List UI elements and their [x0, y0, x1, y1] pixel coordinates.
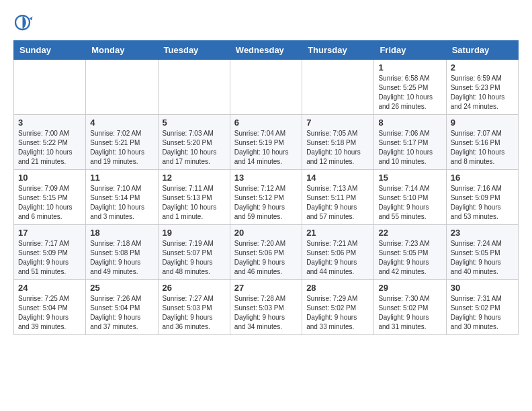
logo-icon	[13, 13, 34, 34]
day-number: 1	[378, 62, 441, 73]
day-number: 14	[306, 173, 369, 183]
calendar-cell	[14, 60, 86, 115]
day-number: 23	[451, 228, 514, 238]
calendar-cell: 30Sunrise: 7:31 AM Sunset: 5:02 PM Dayli…	[446, 280, 518, 335]
calendar-cell: 20Sunrise: 7:20 AM Sunset: 5:06 PM Dayli…	[230, 225, 302, 280]
day-info: Sunrise: 7:29 AM Sunset: 5:02 PM Dayligh…	[306, 294, 369, 332]
calendar-cell: 18Sunrise: 7:18 AM Sunset: 5:08 PM Dayli…	[86, 225, 158, 280]
calendar-cell: 12Sunrise: 7:11 AM Sunset: 5:13 PM Dayli…	[158, 170, 230, 225]
day-number: 8	[378, 118, 441, 128]
calendar-cell: 14Sunrise: 7:13 AM Sunset: 5:11 PM Dayli…	[302, 170, 374, 225]
calendar-cell: 27Sunrise: 7:28 AM Sunset: 5:03 PM Dayli…	[230, 280, 302, 335]
day-number: 11	[90, 173, 153, 183]
day-number: 28	[306, 283, 369, 293]
calendar-cell: 29Sunrise: 7:30 AM Sunset: 5:02 PM Dayli…	[374, 280, 446, 335]
day-info: Sunrise: 7:21 AM Sunset: 5:06 PM Dayligh…	[306, 239, 369, 277]
calendar-cell: 3Sunrise: 7:00 AM Sunset: 5:22 PM Daylig…	[14, 115, 86, 170]
day-number: 10	[18, 173, 81, 183]
day-info: Sunrise: 7:11 AM Sunset: 5:13 PM Dayligh…	[163, 184, 226, 222]
weekday-header-row: SundayMondayTuesdayWednesdayThursdayFrid…	[14, 41, 519, 60]
day-info: Sunrise: 7:23 AM Sunset: 5:05 PM Dayligh…	[378, 239, 441, 277]
week-row-1: 1Sunrise: 6:58 AM Sunset: 5:25 PM Daylig…	[14, 60, 519, 115]
day-number: 4	[90, 118, 153, 128]
calendar-cell: 4Sunrise: 7:02 AM Sunset: 5:21 PM Daylig…	[86, 115, 158, 170]
day-info: Sunrise: 7:20 AM Sunset: 5:06 PM Dayligh…	[234, 239, 298, 277]
day-number: 30	[451, 283, 514, 293]
day-info: Sunrise: 7:05 AM Sunset: 5:18 PM Dayligh…	[306, 129, 369, 167]
day-info: Sunrise: 7:25 AM Sunset: 5:04 PM Dayligh…	[18, 294, 81, 332]
day-info: Sunrise: 7:14 AM Sunset: 5:10 PM Dayligh…	[378, 184, 441, 222]
day-info: Sunrise: 7:24 AM Sunset: 5:05 PM Dayligh…	[451, 239, 514, 277]
calendar-cell: 16Sunrise: 7:16 AM Sunset: 5:09 PM Dayli…	[446, 170, 518, 225]
calendar-cell: 5Sunrise: 7:03 AM Sunset: 5:20 PM Daylig…	[158, 115, 230, 170]
day-info: Sunrise: 7:30 AM Sunset: 5:02 PM Dayligh…	[378, 294, 441, 332]
weekday-header-monday: Monday	[86, 41, 158, 60]
day-info: Sunrise: 7:31 AM Sunset: 5:02 PM Dayligh…	[451, 294, 514, 332]
calendar-cell: 19Sunrise: 7:19 AM Sunset: 5:07 PM Dayli…	[158, 225, 230, 280]
day-number: 26	[163, 283, 226, 293]
calendar-body: 1Sunrise: 6:58 AM Sunset: 5:25 PM Daylig…	[14, 60, 519, 335]
page-container: SundayMondayTuesdayWednesdayThursdayFrid…	[13, 13, 519, 335]
calendar-cell: 8Sunrise: 7:06 AM Sunset: 5:17 PM Daylig…	[374, 115, 446, 170]
weekday-header-sunday: Sunday	[14, 41, 86, 60]
day-number: 19	[163, 228, 226, 238]
calendar-cell: 11Sunrise: 7:10 AM Sunset: 5:14 PM Dayli…	[86, 170, 158, 225]
week-row-2: 3Sunrise: 7:00 AM Sunset: 5:22 PM Daylig…	[14, 115, 519, 170]
weekday-header-thursday: Thursday	[302, 41, 374, 60]
day-info: Sunrise: 7:12 AM Sunset: 5:12 PM Dayligh…	[234, 184, 298, 222]
calendar-cell: 23Sunrise: 7:24 AM Sunset: 5:05 PM Dayli…	[446, 225, 518, 280]
day-number: 12	[163, 173, 226, 183]
day-info: Sunrise: 7:17 AM Sunset: 5:09 PM Dayligh…	[18, 239, 81, 277]
day-info: Sunrise: 7:03 AM Sunset: 5:20 PM Dayligh…	[163, 129, 226, 167]
day-info: Sunrise: 7:19 AM Sunset: 5:07 PM Dayligh…	[163, 239, 226, 277]
day-info: Sunrise: 6:59 AM Sunset: 5:23 PM Dayligh…	[451, 74, 514, 111]
calendar-cell: 21Sunrise: 7:21 AM Sunset: 5:06 PM Dayli…	[302, 225, 374, 280]
week-row-4: 17Sunrise: 7:17 AM Sunset: 5:09 PM Dayli…	[14, 225, 519, 280]
day-number: 20	[234, 228, 298, 238]
day-number: 17	[18, 228, 81, 238]
day-number: 5	[163, 118, 226, 128]
day-number: 18	[90, 228, 153, 238]
calendar-cell: 17Sunrise: 7:17 AM Sunset: 5:09 PM Dayli…	[14, 225, 86, 280]
day-info: Sunrise: 7:07 AM Sunset: 5:16 PM Dayligh…	[451, 129, 514, 167]
day-number: 21	[306, 228, 369, 238]
calendar-cell	[86, 60, 158, 115]
day-info: Sunrise: 7:18 AM Sunset: 5:08 PM Dayligh…	[90, 239, 153, 277]
calendar-cell: 26Sunrise: 7:27 AM Sunset: 5:03 PM Dayli…	[158, 280, 230, 335]
day-number: 15	[378, 173, 441, 183]
day-info: Sunrise: 7:00 AM Sunset: 5:22 PM Dayligh…	[18, 129, 81, 167]
day-info: Sunrise: 7:06 AM Sunset: 5:17 PM Dayligh…	[378, 129, 441, 167]
day-number: 16	[451, 173, 514, 183]
calendar-cell	[230, 60, 302, 115]
day-number: 27	[234, 283, 298, 293]
calendar-table: SundayMondayTuesdayWednesdayThursdayFrid…	[13, 40, 519, 335]
logo	[13, 13, 36, 34]
header	[13, 13, 519, 34]
calendar-cell: 15Sunrise: 7:14 AM Sunset: 5:10 PM Dayli…	[374, 170, 446, 225]
week-row-5: 24Sunrise: 7:25 AM Sunset: 5:04 PM Dayli…	[14, 280, 519, 335]
day-number: 7	[306, 118, 369, 128]
day-number: 24	[18, 283, 81, 293]
calendar-cell	[158, 60, 230, 115]
day-info: Sunrise: 7:04 AM Sunset: 5:19 PM Dayligh…	[234, 129, 298, 167]
calendar-cell: 2Sunrise: 6:59 AM Sunset: 5:23 PM Daylig…	[446, 60, 518, 115]
day-number: 6	[234, 118, 298, 128]
week-row-3: 10Sunrise: 7:09 AM Sunset: 5:15 PM Dayli…	[14, 170, 519, 225]
day-info: Sunrise: 7:10 AM Sunset: 5:14 PM Dayligh…	[90, 184, 153, 222]
day-number: 22	[378, 228, 441, 238]
weekday-header-saturday: Saturday	[446, 41, 518, 60]
calendar-cell: 28Sunrise: 7:29 AM Sunset: 5:02 PM Dayli…	[302, 280, 374, 335]
calendar-cell: 9Sunrise: 7:07 AM Sunset: 5:16 PM Daylig…	[446, 115, 518, 170]
calendar-cell: 10Sunrise: 7:09 AM Sunset: 5:15 PM Dayli…	[14, 170, 86, 225]
day-number: 29	[378, 283, 441, 293]
calendar-cell	[302, 60, 374, 115]
day-info: Sunrise: 7:28 AM Sunset: 5:03 PM Dayligh…	[234, 294, 298, 332]
calendar-cell: 1Sunrise: 6:58 AM Sunset: 5:25 PM Daylig…	[374, 60, 446, 115]
calendar-cell: 22Sunrise: 7:23 AM Sunset: 5:05 PM Dayli…	[374, 225, 446, 280]
day-info: Sunrise: 7:16 AM Sunset: 5:09 PM Dayligh…	[451, 184, 514, 222]
day-info: Sunrise: 6:58 AM Sunset: 5:25 PM Dayligh…	[378, 74, 441, 111]
day-info: Sunrise: 7:13 AM Sunset: 5:11 PM Dayligh…	[306, 184, 369, 222]
day-info: Sunrise: 7:09 AM Sunset: 5:15 PM Dayligh…	[18, 184, 81, 222]
day-info: Sunrise: 7:27 AM Sunset: 5:03 PM Dayligh…	[163, 294, 226, 332]
calendar-header: SundayMondayTuesdayWednesdayThursdayFrid…	[14, 41, 519, 60]
